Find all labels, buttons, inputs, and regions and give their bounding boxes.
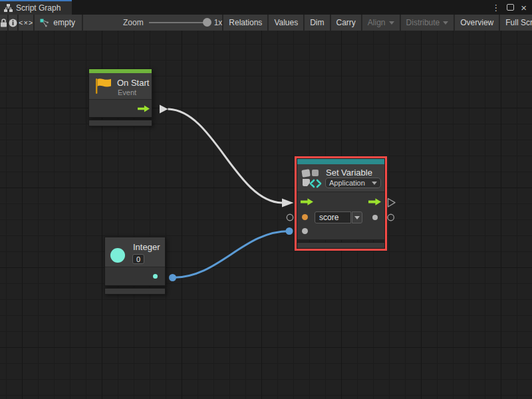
set-variable-right-circle-port[interactable] — [388, 214, 394, 220]
tab-label: Script Graph — [16, 3, 61, 13]
zoom-slider[interactable] — [149, 22, 209, 23]
node-footer — [88, 120, 152, 126]
set-variable-value-input-port[interactable] — [286, 227, 293, 235]
chevron-down-icon — [354, 216, 360, 219]
node-footer — [104, 288, 166, 295]
align-button[interactable]: Align — [362, 15, 400, 31]
exec-output-arrow-icon[interactable] — [368, 198, 381, 205]
wire-value[interactable] — [173, 231, 290, 278]
graph-toolbar: <×> empty Zoom 1x Relations Values Dim C… — [0, 15, 532, 31]
window-menu-icon[interactable]: ⋮ — [491, 3, 500, 12]
fullscreen-button[interactable]: Full Screen — [500, 15, 532, 31]
variables-icon — [301, 167, 323, 189]
dim-button[interactable]: Dim — [305, 15, 330, 31]
graph-canvas[interactable]: On Start Event Set Variable — [0, 31, 532, 399]
close-icon[interactable]: × — [521, 3, 527, 13]
lock-icon — [0, 19, 7, 27]
graph-tab-icon — [4, 4, 13, 12]
graph-reference-button[interactable]: empty — [35, 15, 82, 31]
values-button[interactable]: Values — [269, 15, 304, 31]
on-start-exec-output-port[interactable] — [160, 105, 168, 114]
tab-script-graph[interactable]: Script Graph — [0, 0, 72, 15]
carry-button[interactable]: Carry — [331, 15, 362, 31]
exec-output-arrow-icon[interactable] — [138, 105, 150, 112]
graph-icon — [40, 19, 49, 27]
node-footer — [297, 242, 385, 249]
graph-reference-label: empty — [53, 18, 75, 27]
distribute-button[interactable]: Distribute — [401, 15, 455, 31]
flag-icon — [94, 76, 112, 95]
node-on-start[interactable]: On Start Event — [88, 68, 152, 126]
wire-exec-arrowhead — [282, 199, 294, 207]
chevron-down-icon — [443, 21, 448, 25]
set-variable-left-circle-port[interactable] — [287, 214, 293, 220]
zoom-label: Zoom — [123, 18, 144, 27]
integer-value-field[interactable]: 0 — [132, 254, 144, 264]
variable-name-field[interactable]: score — [315, 211, 351, 223]
chevron-down-icon — [372, 182, 377, 185]
set-variable-exec-output-port[interactable] — [388, 199, 396, 207]
wire-exec[interactable] — [168, 109, 283, 203]
node-integer[interactable]: Integer 0 — [104, 237, 166, 295]
info-button[interactable] — [9, 15, 18, 31]
info-icon — [9, 19, 17, 27]
node-title: Integer — [133, 242, 160, 252]
node-set-variable[interactable]: Set Variable Application score — [295, 156, 387, 251]
node-subtitle: Event — [118, 88, 136, 96]
variable-scope-dropdown[interactable]: Application — [325, 178, 381, 188]
chevron-down-icon — [389, 21, 394, 25]
lock-button[interactable] — [0, 15, 8, 31]
integer-icon — [110, 248, 125, 263]
value-output-port[interactable] — [372, 215, 378, 220]
integer-output-port[interactable] — [153, 274, 158, 279]
variable-name-dropdown-button[interactable] — [352, 211, 362, 223]
relations-button[interactable]: Relations — [223, 15, 268, 31]
overview-button[interactable]: Overview — [455, 15, 499, 31]
zoom-slider-handle[interactable] — [203, 18, 211, 27]
zoom-control: Zoom 1x — [83, 15, 223, 31]
connection-layer — [0, 31, 532, 399]
exec-input-arrow-icon[interactable] — [301, 198, 313, 205]
maximize-icon[interactable] — [507, 4, 514, 11]
variable-color-bar — [297, 159, 384, 164]
zoom-value: 1x — [214, 18, 223, 27]
code-preview-button[interactable]: <×> — [19, 15, 34, 31]
new-value-input-port[interactable] — [302, 228, 308, 234]
variable-name-input-port[interactable] — [302, 214, 308, 220]
node-title: Set Variable — [326, 168, 372, 178]
title-bar: Script Graph ⋮ × — [0, 0, 532, 15]
node-title: On Start — [117, 78, 149, 88]
integer-value-output-port[interactable] — [169, 274, 176, 281]
